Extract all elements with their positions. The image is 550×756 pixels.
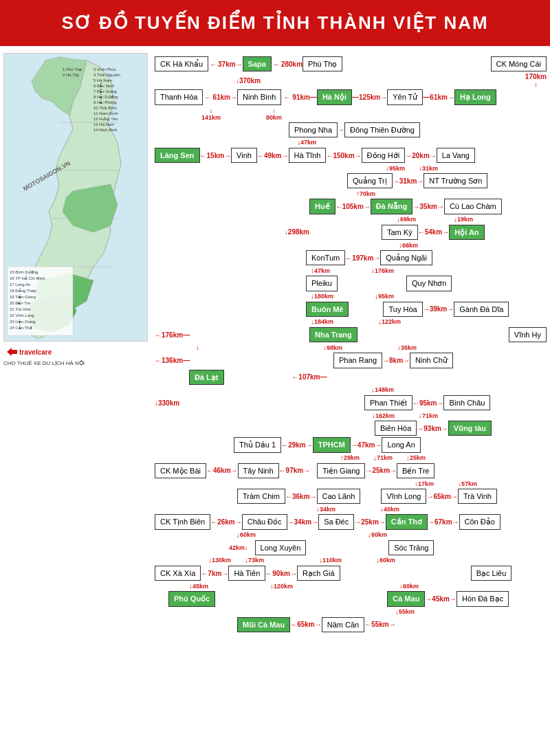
node-phan-rang: Phan Rang [333, 353, 382, 368]
node-tphcm: TPHCM [313, 437, 351, 452]
node-ca-mau: Cà Mau [387, 591, 425, 606]
svg-text:13 Hà Nam: 13 Hà Nam [94, 122, 114, 126]
node-vinh-long: Vĩnh Long [381, 489, 426, 504]
node-phu-tho: Phú Thọ [302, 56, 342, 71]
svg-text:14 Ninh Bình: 14 Ninh Bình [94, 128, 118, 132]
svg-text:travelcare: travelcare [19, 348, 52, 356]
node-ninh-binh: Ninh Bình [237, 89, 281, 104]
node-ninh-chu: Ninh Chữ [410, 353, 453, 368]
node-hon-da-bac: Hòn Đá Bạc [456, 591, 509, 606]
node-long-xuyen: Long Xuyên [255, 540, 307, 555]
node-ck-mong-cai: CK Móng Cái [491, 56, 547, 71]
node-quy-nhon: Quy Nhơn [406, 276, 452, 291]
node-yen-tu: Yên Tử [387, 89, 423, 104]
node-hue: Huế [309, 199, 336, 214]
node-ben-tre: Bến Tre [397, 463, 434, 478]
node-nam-can: Năm Căn [322, 617, 364, 632]
page-title: SƠ ĐỒ TUYẾN ĐIỂM TỈNH THÀNH VIỆT NAM [61, 12, 488, 33]
header: SƠ ĐỒ TUYẾN ĐIỂM TỈNH THÀNH VIỆT NAM [0, 0, 550, 46]
svg-text:22 Vĩnh Long: 22 Vĩnh Long [10, 313, 34, 318]
svg-text:4 Thái Nguyên: 4 Thái Nguyên [94, 73, 120, 77]
svg-text:7 Bắc Giang: 7 Bắc Giang [94, 89, 117, 93]
node-tam-ky: Tam Kỳ [382, 225, 418, 240]
node-vinh: Vinh [231, 148, 257, 163]
svg-text:20 Bến Tre: 20 Bến Tre [10, 300, 31, 305]
svg-text:9 Hải Phòng: 9 Hải Phòng [94, 99, 117, 104]
svg-text:16 TP Hồ Chí Minh: 16 TP Hồ Chí Minh [10, 276, 45, 280]
node-ck-tinh-bien: CK Tịnh Biên [155, 514, 210, 529]
node-vinh-hy: Vĩnh Hy [509, 327, 547, 342]
svg-marker-36 [7, 348, 17, 356]
node-la-vang: La Vang [437, 148, 475, 163]
node-mui-ca-mau: Mũi Cà Mau [237, 617, 290, 632]
node-tay-ninh: Tây Ninh [238, 463, 279, 478]
node-quang-ngai: Quảng Ngãi [380, 250, 432, 265]
node-chau-doc: Châu Đốc [242, 514, 287, 529]
node-da-lat: Đà Lạt [189, 370, 224, 385]
node-phong-nha: Phong Nha [289, 122, 338, 137]
node-bac-lieu: Bạc Liêu [471, 566, 512, 581]
svg-text:11 Nam Định: 11 Nam Định [94, 111, 118, 116]
svg-text:18 Đồng Tháp: 18 Đồng Tháp [10, 288, 36, 293]
node-thanh-hoa: Thanh Hóa [155, 89, 203, 104]
node-kontum: KonTum [306, 250, 345, 265]
node-con-dao: Côn Đảo [459, 514, 500, 529]
node-cu-lao-cham: Cù Lao Chàm [444, 199, 502, 214]
node-phan-thiet: Phan Thiết [364, 395, 412, 410]
svg-text:21 Trà Vinh: 21 Trà Vinh [10, 307, 31, 311]
node-nt-truong-son: NT Trường Sơn [424, 173, 487, 188]
node-quang-tri: Quảng Trị [347, 173, 393, 188]
node-tien-giang: Tiền Giang [317, 463, 365, 478]
svg-text:3 Vĩnh Phúc: 3 Vĩnh Phúc [94, 67, 116, 71]
node-ck-ha-khau: CK Hà Khẩu [155, 56, 208, 71]
node-can-tho: Cần Thơ [386, 514, 428, 529]
node-sa-dec: Sa Đéc [318, 514, 354, 529]
svg-text:10 Thái Bình: 10 Thái Bình [94, 106, 117, 110]
svg-text:5 Hà Nam: 5 Hà Nam [94, 78, 112, 82]
svg-text:24 Cần Thơ: 24 Cần Thơ [10, 325, 32, 330]
node-cao-lanh: Cao Lãnh [317, 489, 361, 504]
node-nha-trang: Nha Trang [309, 327, 358, 342]
node-buon-me: Buôn Mê [306, 302, 349, 317]
svg-text:19 Tiền Giang: 19 Tiền Giang [10, 294, 36, 299]
svg-text:6 Bắc Ninh: 6 Bắc Ninh [94, 83, 114, 88]
node-vung-tau: Vũng tàu [448, 421, 492, 436]
node-soc-trang: Sóc Trăng [388, 540, 434, 555]
node-binh-chau: Bình Châu [443, 395, 490, 410]
node-dong-thien-duong: Đông Thiên Đường [344, 122, 420, 137]
node-ha-tinh: Hà Tĩnh [289, 148, 327, 163]
node-rach-gia: Rạch Giá [297, 566, 340, 581]
node-thu-dau-1: Thủ Dầu 1 [234, 437, 281, 452]
logo: travelcare CHO THUÊ XE DU LỊCH HÀ NỘI [3, 345, 151, 366]
svg-text:12 Hưng Yên: 12 Hưng Yên [94, 117, 118, 121]
node-tuy-hoa: Tuy Hòa [383, 302, 422, 317]
svg-text:17 Long An: 17 Long An [10, 282, 30, 287]
node-dong-hoi: Đồng Hới [362, 148, 406, 163]
node-ganh-da-dia: Gành Đá Dĩa [454, 302, 509, 317]
node-ck-moc-bai: CK Mộc Bài [155, 463, 206, 478]
vietnam-map: 1 Phú Thọ 2 Hà Tây 3 Vĩnh Phúc 4 Thái Ng… [3, 53, 148, 342]
svg-text:15 Bình Dương: 15 Bình Dương [10, 270, 38, 274]
map-column: 1 Phú Thọ 2 Hà Tây 3 Vĩnh Phúc 4 Thái Ng… [3, 53, 155, 634]
node-hoi-an: Hội An [449, 225, 484, 240]
node-ha-long: Hạ Long [454, 89, 496, 104]
node-ha-noi: Hà Nội [317, 89, 352, 104]
svg-text:2 Hà Tây: 2 Hà Tây [63, 73, 79, 77]
svg-text:1 Phú Thọ: 1 Phú Thọ [63, 67, 82, 72]
node-long-an: Long An [382, 437, 420, 452]
node-phu-quoc: Phú Quốc [168, 591, 215, 606]
node-lang-sen: Làng Sen [155, 148, 200, 163]
node-tram-chim: Tràm Chim [237, 489, 285, 504]
node-pleiku: Pleiku [306, 276, 338, 291]
svg-text:8 Hải Dương: 8 Hải Dương [94, 93, 118, 99]
node-sapa: Sapa [243, 56, 272, 71]
node-bien-hoa: Biên Hòa [375, 421, 417, 436]
node-ha-tien: Hà Tiên [228, 566, 265, 581]
node-da-nang: Đà Nẵng [371, 199, 413, 214]
routes-diagram: CK Hà Khẩu ←37km→ Sapa ←280km Phú Thọ CK… [155, 53, 547, 634]
node-ck-xa-xia: CK Xà Xía [155, 566, 201, 581]
node-tra-vinh: Trà Vinh [458, 489, 497, 504]
svg-text:23 Hậu Giang: 23 Hậu Giang [10, 320, 36, 324]
